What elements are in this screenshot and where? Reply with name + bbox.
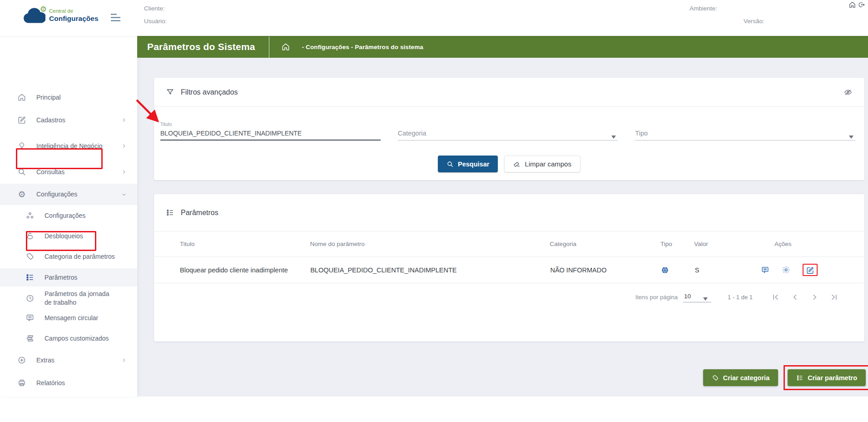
- logo-gear-icon: ⚙: [40, 5, 47, 13]
- annotation-box-create-parameter: Criar parâmetro: [784, 365, 868, 390]
- list-icon: [796, 374, 804, 382]
- page-title: Parâmetros do Sistema: [147, 41, 255, 52]
- eraser-icon: [513, 161, 521, 168]
- sidebar-item-parametros-jornada[interactable]: Parâmetros da jornada de trabalho: [0, 287, 137, 309]
- column-header-categoria: Categoria: [550, 241, 660, 247]
- globe-icon: [661, 266, 669, 274]
- tag-icon: [712, 374, 719, 382]
- filter-icon: [166, 88, 174, 96]
- items-per-page-select[interactable]: 10: [683, 291, 711, 302]
- menu-toggle-icon[interactable]: [110, 13, 121, 22]
- sidebar-item-extras[interactable]: Extras: [0, 352, 137, 369]
- sidebar-item-parametros[interactable]: Parâmetros: [0, 268, 137, 286]
- comment-action-icon[interactable]: [761, 266, 769, 274]
- gear-icon: ⚙: [17, 190, 26, 199]
- table-row: Bloquear pedido cliente inadimplente BLO…: [154, 257, 864, 283]
- sidebar-item-label: Categoria de parâmetros: [45, 252, 115, 261]
- clear-fields-button[interactable]: Limpar campos: [504, 156, 580, 172]
- search-button-label: Pesquisar: [458, 161, 489, 168]
- sidebar-item-mensagem-circular[interactable]: Mensagem circular: [0, 309, 137, 327]
- app-logo: ⚙ Central de Configurações: [22, 6, 99, 25]
- sidebar-item-campos-customizados[interactable]: Campos customizados: [0, 330, 137, 347]
- plus-circle-icon: [17, 356, 26, 365]
- home-icon: [17, 93, 26, 102]
- workspaces-icon: [25, 211, 35, 220]
- column-header-titulo: Titulo: [180, 241, 310, 247]
- chevron-right-icon: [121, 169, 127, 175]
- sidebar-item-inteligencia-de-negocio[interactable]: Inteligência de Negócio: [0, 135, 137, 157]
- chevron-down-icon: [121, 191, 127, 198]
- sidebar-item-desbloqueios[interactable]: Desbloqueios: [0, 227, 137, 245]
- main-content: Filtros avançados Titulo Categoria Tipo: [137, 58, 868, 397]
- column-header-nome: Nome do parâmetro: [310, 241, 550, 247]
- titulo-field: Titulo: [160, 122, 381, 141]
- layers-icon: [25, 334, 35, 343]
- filters-card: Filtros avançados Titulo Categoria Tipo: [154, 78, 864, 180]
- chevron-right-icon: [121, 117, 127, 123]
- breadcrumb-home-icon[interactable]: [281, 42, 290, 51]
- breadcrumb: - Configurações - Parâmetros do sistema: [302, 44, 423, 50]
- home-shortcut-icon[interactable]: [848, 1, 856, 10]
- sidebar-item-label: Inteligência de Negócio: [36, 142, 103, 151]
- logout-icon[interactable]: [858, 1, 865, 10]
- create-parameter-button[interactable]: Criar parâmetro: [788, 369, 866, 386]
- settings-action-icon[interactable]: [782, 266, 790, 274]
- hide-filters-icon[interactable]: [843, 88, 853, 97]
- first-page-icon[interactable]: [771, 292, 780, 302]
- sidebar-item-label: Desbloqueios: [45, 232, 83, 241]
- cell-categoria: NÃO INFORMADO: [550, 266, 661, 274]
- items-per-page-value: 10: [684, 293, 691, 300]
- search-button[interactable]: Pesquisar: [438, 156, 498, 172]
- caret-down-icon: [611, 132, 616, 136]
- sidebar-item-cadastros[interactable]: Cadastros: [0, 111, 137, 129]
- sidebar-item-consultas[interactable]: Consultas: [0, 163, 137, 181]
- clock-icon: [25, 294, 35, 303]
- categoria-select[interactable]: Categoria: [398, 122, 618, 141]
- sidebar: Principal Cadastros Inteligência de Negó…: [0, 36, 137, 397]
- version-label: Versão:: [744, 18, 764, 25]
- user-label: Usuário:: [144, 18, 167, 25]
- sidebar-item-label: Parâmetros: [45, 273, 77, 282]
- sidebar-item-label: Extras: [36, 356, 55, 365]
- last-page-icon[interactable]: [829, 292, 839, 302]
- create-category-button[interactable]: Criar categoria: [703, 369, 778, 386]
- table-header-row: Titulo Nome do parâmetro Categoria Tipo …: [154, 231, 864, 256]
- sidebar-item-principal[interactable]: Principal: [0, 89, 137, 106]
- header-divider: [269, 36, 269, 58]
- parameters-card-title: Parâmetros: [181, 209, 218, 217]
- page-header: Parâmetros do Sistema - Configurações - …: [137, 36, 868, 58]
- sidebar-item-categoria-de-parametros[interactable]: Categoria de parâmetros: [0, 246, 137, 267]
- column-header-acoes: Ações: [760, 241, 846, 247]
- cell-acoes: [761, 266, 846, 274]
- sidebar-item-label: Configurações: [36, 190, 77, 199]
- sidebar-item-configuracoes[interactable]: ⚙ Configurações: [0, 184, 137, 205]
- lightbulb-icon: [17, 141, 26, 151]
- sidebar-item-label: Consultas: [36, 168, 64, 176]
- cell-valor: S: [695, 266, 761, 274]
- logo-text-line1: Central de: [49, 8, 99, 14]
- footer-actions: Criar categoria Criar parâmetro: [703, 365, 868, 390]
- categoria-select-label: Categoria: [398, 130, 427, 137]
- titulo-field-label: Titulo: [160, 121, 172, 127]
- sidebar-item-configuracoes-sub[interactable]: Configurações: [0, 207, 137, 224]
- next-page-icon[interactable]: [810, 292, 819, 302]
- sidebar-item-label: Mensagem circular: [45, 314, 98, 322]
- sidebar-item-relatorios[interactable]: Relatórios: [0, 374, 137, 392]
- column-header-valor: Valor: [694, 241, 760, 247]
- sidebar-item-label: Relatórios: [36, 379, 65, 387]
- sidebar-item-label: Configurações: [45, 211, 85, 220]
- caret-down-icon: [703, 295, 708, 298]
- tipo-select-label: Tipo: [635, 130, 648, 137]
- edit-icon: [17, 116, 26, 125]
- titulo-input[interactable]: [160, 130, 381, 137]
- cell-nome: BLOQUEIA_PEDIDO_CLIENTE_INADIMPLENTE: [310, 266, 550, 274]
- cell-titulo: Bloquear pedido cliente inadimplente: [180, 266, 310, 274]
- pagination-range: 1 - 1 de 1: [728, 294, 753, 301]
- edit-action-icon[interactable]: [806, 266, 814, 275]
- top-bar: ⚙ Central de Configurações Cliente: Usuá…: [0, 0, 868, 36]
- sidebar-item-label: Campos customizados: [45, 334, 109, 343]
- parameters-card: Parâmetros Titulo Nome do parâmetro Cate…: [154, 194, 864, 342]
- search-icon: [17, 167, 26, 176]
- previous-page-icon[interactable]: [790, 292, 800, 302]
- tipo-select[interactable]: Tipo: [635, 122, 855, 141]
